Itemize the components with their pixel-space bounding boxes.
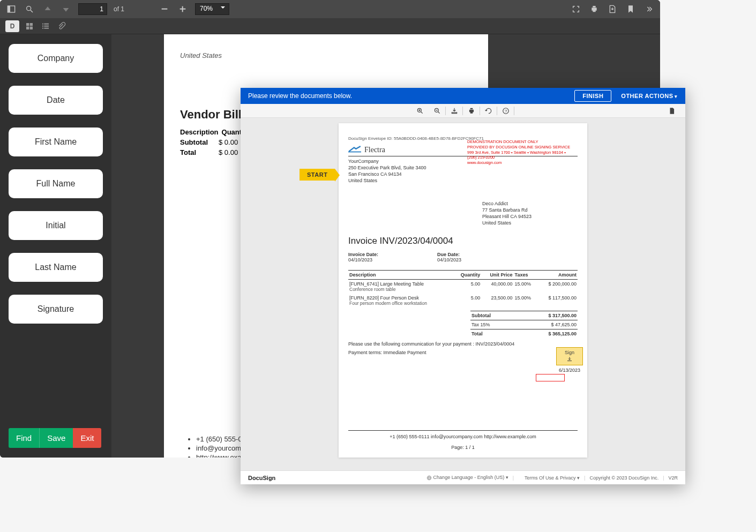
field-chip-date[interactable]: Date [9,86,103,115]
th-description: Description [348,271,453,280]
invoice-table: Description Quantity Unit Price Taxes Am… [348,270,578,308]
field-chip-signature[interactable]: Signature [9,295,103,324]
line-amount: $ 117,500.00 [538,294,578,308]
tax-value: $ 47,625.00 [551,322,577,327]
download-icon[interactable] [607,3,618,15]
line-tax: 15.00% [514,280,538,294]
total-label: Total [471,331,483,336]
demo-line-link: www.docusign.com [467,160,574,166]
to-addr1: 77 Santa Barbara Rd [482,207,578,213]
more-icon[interactable] [643,3,655,15]
demo-line-3: 999 3rd Ave, Suite 1700 • Seattle • Wash… [467,150,574,161]
field-chip-full-name[interactable]: Full Name [9,169,103,198]
doc-footer-contacts: +1 (650) 555-0111 info@yourcompany.com h… [348,434,578,439]
svg-rect-6 [182,6,183,12]
attachment-icon[interactable] [56,20,68,32]
invoice-title: Invoice INV/2023/04/0004 [348,236,578,246]
brand-name: Flectra [364,146,385,154]
page-up-icon[interactable] [42,3,54,15]
svg-line-3 [31,10,33,12]
zoom-out-icon[interactable] [429,104,445,117]
total-label: Total [180,148,209,156]
grid-view-icon[interactable] [24,20,35,32]
total-value: $ 0.00 [219,148,238,156]
download-icon[interactable] [446,104,462,117]
page-number-input[interactable] [78,3,107,15]
line-qty: 5.00 [453,294,481,308]
svg-text:?: ? [505,108,507,113]
start-flag[interactable]: START [300,169,335,181]
zoom-in-icon[interactable] [412,104,428,117]
from-addr2: San Francisco CA 94134 [348,171,578,177]
list-view-icon[interactable] [40,20,51,32]
th-quantity: Quantity [453,271,481,280]
fullscreen-icon[interactable] [570,3,582,15]
due-date-label: Due Date: [437,252,461,257]
help-icon[interactable]: ? [498,104,514,117]
total-value: $ 365,125.00 [548,331,577,336]
finish-button[interactable]: FINISH [574,90,611,102]
rotate-icon[interactable] [481,104,497,117]
change-language-link[interactable]: Change Language - English (US) ▾ [426,475,508,481]
svg-rect-4 [162,9,168,10]
svg-rect-10 [30,26,33,29]
required-field-marker[interactable] [536,374,565,381]
from-addr1: 250 Executive Park Blvd, Suite 3400 [348,164,578,171]
svg-rect-15 [42,27,43,28]
svg-rect-13 [42,25,43,26]
svg-rect-26 [348,152,361,153]
page-down-icon[interactable] [60,3,72,15]
table-row: [FURN_6741] Large Meeting TableConferenc… [348,280,578,294]
docusign-logo: DocuSign [248,475,275,481]
sign-label: Sign [560,350,579,355]
save-button[interactable]: Save [39,428,73,448]
exit-button[interactable]: Exit [73,428,101,448]
line-name: [FURN_8220] Four Person Desk [349,295,452,301]
demo-line-2: PROVIDED BY DOCUSIGN ONLINE SIGNING SERV… [467,145,574,150]
zoom-in-icon[interactable] [177,3,189,15]
th-amount: Amount [538,271,578,280]
version-text: V2R [668,475,678,481]
to-name: Deco Addict [482,200,578,207]
fields-sidebar: Company Date First Name Full Name Initia… [0,34,111,458]
demo-line-1: DEMONSTRATION DOCUMENT ONLY [467,139,574,145]
terms-link[interactable]: Terms Of Use & Privacy ▾ [525,475,580,481]
field-chip-initial[interactable]: Initial [9,211,103,240]
zoom-select[interactable]: 70% [195,3,229,15]
print-icon[interactable] [463,104,480,117]
field-chip-company[interactable]: Company [9,44,103,73]
line-unit: 40,000.00 [481,280,513,294]
line-desc: Four person modern office workstation [349,301,452,306]
search-icon[interactable] [24,3,35,15]
col-description: Description [180,128,219,136]
other-actions-dropdown[interactable]: OTHER ACTIONS [621,93,678,99]
docusign-window: Please review the documents below. FINIS… [241,88,685,484]
print-icon[interactable] [588,3,600,15]
field-chip-first-name[interactable]: First Name [9,128,103,156]
th-unit-price: Unit Price [481,271,513,280]
bookmark-icon[interactable] [625,3,637,15]
zoom-out-icon[interactable] [159,3,170,15]
svg-rect-9 [26,26,29,29]
docusign-footer: DocuSign Change Language - English (US) … [241,470,685,484]
line-qty: 5.00 [453,280,481,294]
svg-rect-12 [44,23,49,24]
find-button[interactable]: Find [9,428,39,448]
svg-rect-11 [42,23,43,24]
svg-point-2 [27,6,31,11]
field-chip-last-name[interactable]: Last Name [9,253,103,282]
sidebar-toggle-icon[interactable] [5,3,17,15]
review-message: Please review the documents below. [248,92,574,100]
d-badge: D [5,20,19,32]
document-icon[interactable] [664,104,680,117]
subtotal-label: Subtotal [180,138,209,146]
docusign-body[interactable]: START DocuSign Envelope ID: 55A0BDDD-040… [241,118,685,470]
invoice-date-label: Invoice Date: [348,252,378,257]
sign-here-tag[interactable]: Sign [556,347,583,365]
doc-footer-page: Page: 1 / 1 [348,445,578,450]
docusign-toolbar: ? [241,104,685,118]
page-count-label: of 1 [114,5,124,13]
svg-rect-1 [8,6,10,12]
svg-rect-14 [44,25,49,26]
svg-rect-16 [44,27,49,28]
